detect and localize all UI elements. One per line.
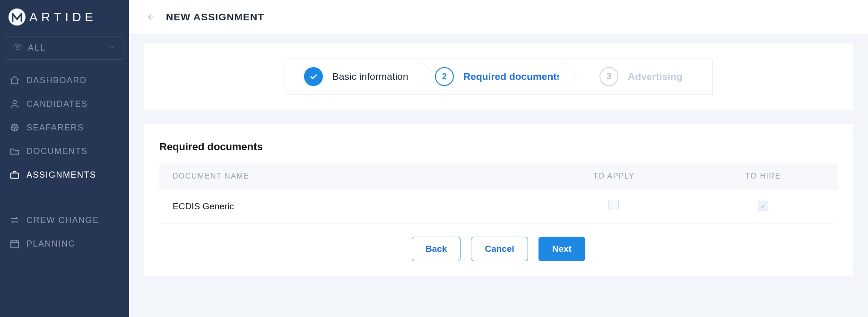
scope-select-label: ALL: [28, 43, 46, 53]
step-label: Basic information: [332, 71, 408, 82]
sidebar-item-label: DOCUMENTS: [26, 146, 88, 156]
documents-table: DOCUMENT NAME TO APPLY TO HIRE ECDIS Gen…: [159, 163, 838, 223]
content: Basic information 2 Required documents 3…: [129, 34, 868, 286]
stepper-card: Basic information 2 Required documents 3…: [144, 43, 853, 110]
col-to-apply: TO APPLY: [539, 163, 689, 189]
brand-logo-icon: [9, 9, 26, 26]
sidebar-item-crew-change[interactable]: CREW CHANGE: [6, 208, 123, 232]
svg-rect-4: [11, 173, 19, 178]
eye-icon: [13, 42, 22, 54]
briefcase-icon: [9, 170, 20, 180]
sidebar-item-candidates[interactable]: CANDIDATES: [6, 92, 123, 116]
swap-icon: [9, 215, 20, 225]
folder-icon: [9, 146, 20, 156]
svg-point-1: [13, 101, 16, 104]
svg-point-0: [17, 46, 19, 48]
helm-icon: [9, 122, 20, 133]
step-basic-information[interactable]: Basic information: [285, 59, 427, 94]
svg-point-3: [14, 127, 16, 129]
scope-select[interactable]: ALL: [6, 36, 123, 60]
cancel-button[interactable]: Cancel: [471, 237, 528, 261]
sidebar-item-label: CREW CHANGE: [26, 215, 99, 225]
doc-name-cell: ECDIS Generic: [159, 189, 539, 223]
sidebar: ARTIDE ALL DASHBOARD CANDIDATES: [0, 0, 129, 317]
table-row: ECDIS Generic: [159, 189, 838, 223]
step-number: 2: [435, 67, 454, 86]
step-advertising[interactable]: 3 Advertising: [570, 59, 712, 94]
step-label: Advertising: [628, 71, 683, 82]
page-title: NEW ASSIGNMENT: [166, 11, 264, 23]
sidebar-item-documents[interactable]: DOCUMENTS: [6, 139, 123, 163]
nav-divider: [6, 187, 123, 208]
sidebar-item-assignments[interactable]: ASSIGNMENTS: [6, 163, 123, 187]
step-number: 3: [599, 67, 618, 86]
sidebar-item-label: DASHBOARD: [26, 76, 87, 86]
sidebar-nav: DASHBOARD CANDIDATES SEAFARERS DOCUMENTS…: [6, 69, 123, 256]
chevron-down-icon: [108, 43, 116, 53]
svg-rect-5: [11, 241, 19, 248]
back-arrow-icon[interactable]: [144, 11, 156, 23]
next-button[interactable]: Next: [538, 237, 585, 261]
brand-name: ARTIDE: [29, 10, 97, 25]
calendar-icon: [9, 239, 20, 249]
checkbox-to-hire[interactable]: [758, 201, 768, 211]
sidebar-item-label: CANDIDATES: [26, 99, 88, 109]
required-documents-card: Required documents DOCUMENT NAME TO APPL…: [144, 124, 853, 276]
step-required-documents[interactable]: 2 Required documents: [427, 59, 570, 94]
brand-logo: ARTIDE: [6, 9, 123, 34]
check-icon: [304, 67, 323, 86]
step-label: Required documents: [463, 71, 562, 82]
page-header: NEW ASSIGNMENT: [129, 0, 868, 34]
section-title: Required documents: [159, 141, 838, 153]
sidebar-item-label: SEAFARERS: [26, 123, 84, 133]
sidebar-item-label: ASSIGNMENTS: [26, 170, 96, 180]
checkbox-to-apply[interactable]: [608, 200, 619, 210]
col-to-hire: TO HIRE: [688, 163, 838, 189]
stepper: Basic information 2 Required documents 3…: [285, 59, 713, 94]
sidebar-item-seafarers[interactable]: SEAFARERS: [6, 116, 123, 139]
form-actions: Back Cancel Next: [159, 237, 838, 261]
back-button[interactable]: Back: [412, 237, 460, 261]
main: NEW ASSIGNMENT Basic information 2 Requi…: [129, 0, 868, 317]
sidebar-item-dashboard[interactable]: DASHBOARD: [6, 69, 123, 92]
home-icon: [9, 75, 20, 86]
col-document-name: DOCUMENT NAME: [159, 163, 539, 189]
person-icon: [9, 99, 20, 109]
sidebar-item-label: PLANNING: [26, 239, 76, 249]
sidebar-item-planning[interactable]: PLANNING: [6, 232, 123, 256]
